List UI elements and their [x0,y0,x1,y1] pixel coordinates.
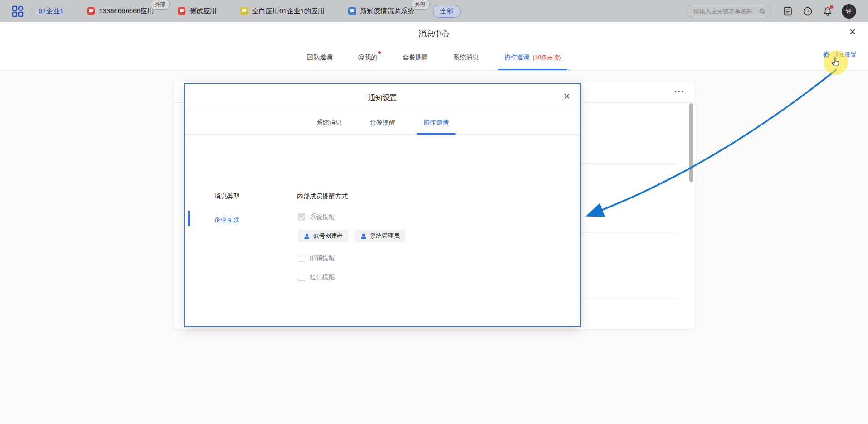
app-tab-label: 测试应用 [190,7,217,15]
unread-dot [378,51,381,54]
active-nav-indicator [188,211,190,226]
modal-tab-collab-invite[interactable]: 协作邀请 [424,111,449,135]
person-icon [304,233,310,239]
app-tab-3[interactable]: 空白应用61企业1的应用 [240,7,325,15]
app-window: 61企业1 13366666666应用 外部 测试应用 空白应用61企业1的应用… [0,0,868,424]
checkbox-system-remind-checked[interactable] [298,213,305,221]
more-actions-icon[interactable]: ••• [674,88,685,95]
checkbox-sms-remind[interactable] [298,274,305,281]
modal-tab-system-message[interactable]: 系统消息 [317,111,342,135]
modal-close-icon[interactable]: ✕ [563,92,570,101]
external-badge: 外部 [411,0,430,10]
app-tab-1[interactable]: 13366666666应用 外部 [87,7,154,15]
message-type-label: 消息类型 [214,193,239,201]
tab-team-invite[interactable]: 团队邀请 [307,45,332,70]
page-close-icon[interactable]: ✕ [849,28,856,36]
workspace-link[interactable]: 61企业1 [39,7,63,15]
tag-system-admin: 系统管理员 [355,230,405,242]
notification-settings-button[interactable]: 通知设置 [823,51,856,59]
checkbox-email-remind[interactable] [298,255,305,262]
search-box[interactable] [686,5,771,17]
page-title: 消息中心 [0,29,868,39]
scrollbar-thumb[interactable] [689,103,693,182]
app-tab-label: 13366666666应用 [99,7,154,15]
tab-collab-invite[interactable]: 协作邀请 (10条未读) [504,45,561,70]
modal-body: 消息类型 企业互联 内部成员提醒方式 系统提醒 账号创建者 [185,135,580,326]
content-area: 未读消息 ••• 通知设置 ✕ 系统消息 套餐提醒 协作邀请 [0,71,868,424]
app-tab-2[interactable]: 测试应用 [178,7,217,15]
search-icon [759,8,766,15]
gear-icon [823,51,830,58]
tab-system-message[interactable]: 系统消息 [454,45,479,70]
svg-text:?: ? [806,9,809,14]
remind-method-label: 内部成员提醒方式 [297,193,348,201]
tag-account-creator: 账号创建者 [298,230,349,242]
option-sms-remind: 短信提醒 [298,273,335,281]
nav-item-enterprise-link[interactable]: 企业互联 [214,216,239,224]
modal-header: 通知设置 ✕ [185,84,580,111]
option-system-remind: 系统提醒 [298,213,335,221]
tab-mentions[interactable]: @我的 [358,45,377,70]
user-avatar[interactable]: 谭 [842,4,856,19]
bell-red-dot [830,5,833,9]
unread-count: (10条未读) [533,53,561,62]
modal-tab-plan-reminder[interactable]: 套餐提醒 [370,111,395,135]
app-grid-icon[interactable] [12,5,24,17]
settings-button-label: 通知设置 [833,51,856,59]
app-icon-red [87,7,95,15]
notification-bell-icon[interactable] [823,6,833,16]
modal-tabs: 系统消息 套餐提醒 协作邀请 [185,111,580,135]
app-tab-4[interactable]: 新冠疫情流调系统 外部 [348,7,414,15]
option-email-remind: 邮箱提醒 [298,254,335,262]
help-icon[interactable]: ? [803,6,813,16]
all-apps-button[interactable]: 全部 [433,5,461,18]
tab-plan-reminder[interactable]: 套餐提醒 [403,45,428,70]
contacts-icon[interactable] [783,6,793,16]
message-center-tabs: 团队邀请 @我的 套餐提醒 系统消息 协作邀请 (10条未读) [0,45,868,70]
top-bar: 61企业1 13366666666应用 外部 测试应用 空白应用61企业1的应用… [0,0,868,22]
external-badge: 外部 [151,0,170,10]
app-icon-blue [348,7,356,15]
app-icon-red [178,7,185,15]
person-icon [361,233,366,239]
search-input[interactable] [692,7,759,15]
message-center-header: 消息中心 ✕ 团队邀请 @我的 套餐提醒 系统消息 协作邀请 (10条未读) [0,22,868,71]
modal-title: 通知设置 [185,93,580,103]
topbar-divider [31,8,31,15]
app-tab-label: 空白应用61企业1的应用 [252,7,325,15]
app-tab-label: 新冠疫情流调系统 [360,7,414,15]
app-icon-yellow [240,7,248,15]
notification-settings-modal: 通知设置 ✕ 系统消息 套餐提醒 协作邀请 消息类型 企业互联 内部成员提醒方式… [184,83,581,327]
recipient-tags: 账号创建者 系统管理员 [298,230,405,242]
